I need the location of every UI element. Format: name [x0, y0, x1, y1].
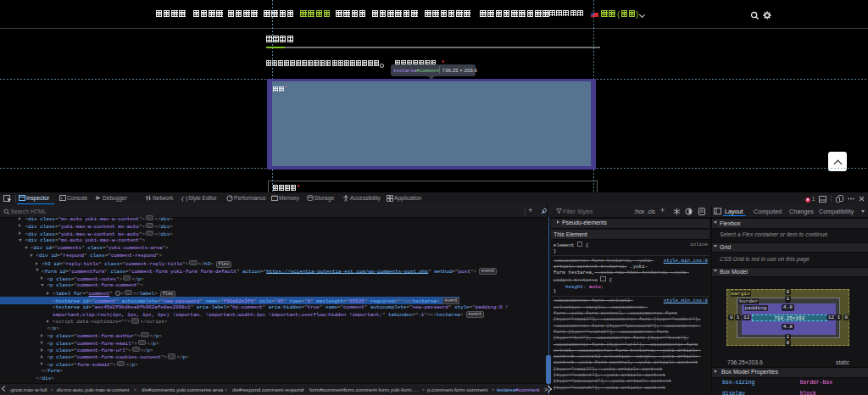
svg-text:{}: {}: [181, 195, 187, 202]
